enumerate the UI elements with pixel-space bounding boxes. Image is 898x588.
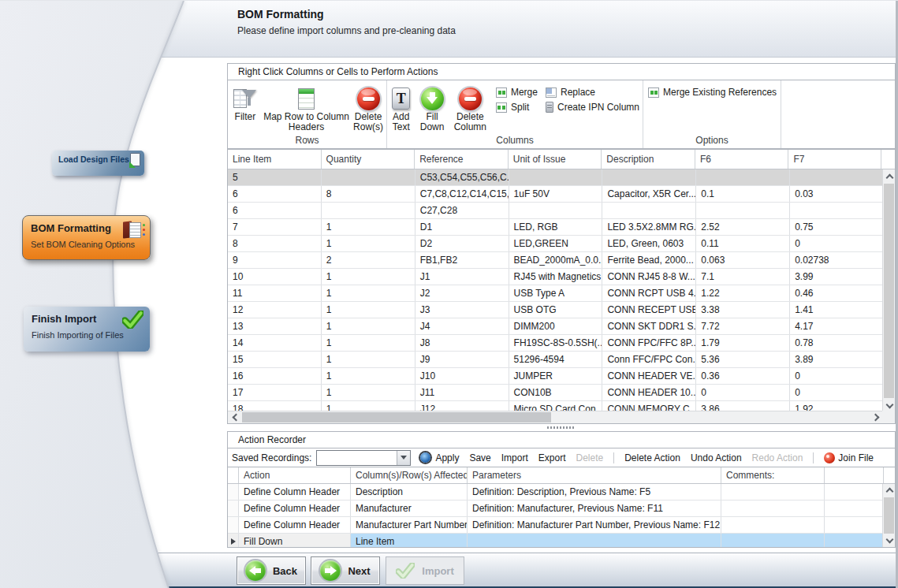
grid-cell[interactable]: C7,C8,C12,C14,C15,... — [415, 186, 509, 202]
grid-cell[interactable]: 0 — [696, 385, 790, 400]
scroll-down-button[interactable] — [883, 534, 896, 547]
column-header-reference[interactable]: Reference — [415, 150, 509, 169]
grid-cell[interactable]: J10 — [415, 368, 509, 384]
grid-cell[interactable]: LED,GREEN — [509, 236, 603, 251]
grid-cell[interactable] — [790, 169, 883, 185]
scrollbar-thumb[interactable] — [884, 497, 894, 534]
table-row[interactable]: 131J4DIMM200CONN SKT DDR1 S...7.724.17 — [228, 318, 883, 335]
grid-cell[interactable]: 0 — [790, 385, 883, 400]
row-selector-cell[interactable] — [228, 517, 239, 533]
toolbar-button-fill-down[interactable]: Fill Down — [415, 84, 449, 133]
grid-cell[interactable]: 6 — [228, 203, 322, 218]
grid-cell[interactable] — [509, 203, 603, 218]
horizontal-scrollbar[interactable] — [228, 411, 883, 423]
grid-cell[interactable]: LED, RGB — [509, 219, 603, 235]
sidebar-step-finish-import[interactable]: Finish Import Finish Importing of Files — [24, 307, 150, 352]
grid-cell[interactable]: 3.89 — [790, 352, 883, 367]
grid-cell[interactable]: 0.1 — [696, 186, 790, 202]
grid-cell[interactable] — [602, 203, 696, 218]
grid-cell[interactable]: 1 — [322, 302, 415, 318]
row-selector-cell[interactable] — [228, 534, 239, 548]
action-cell-affected[interactable]: Line Item — [351, 534, 468, 548]
table-row[interactable]: 6C27,C28 — [228, 203, 883, 219]
grid-cell[interactable]: J3 — [415, 302, 509, 318]
grid-cell[interactable]: 6 — [228, 186, 322, 202]
toolbar-button-delete-column[interactable]: Delete Column — [449, 84, 491, 133]
grid-cell[interactable] — [602, 169, 696, 185]
scrollbar-thumb[interactable] — [242, 412, 551, 422]
toolbar-button-filter[interactable]: Filter — [228, 84, 263, 122]
grid-cell[interactable]: 5 — [228, 169, 322, 185]
grid-cell[interactable]: D2 — [415, 236, 509, 251]
grid-cell[interactable]: 12 — [228, 302, 322, 318]
row-selector-cell[interactable] — [228, 484, 239, 500]
grid-cell[interactable]: 1 — [322, 335, 415, 351]
row-selector-cell[interactable] — [228, 501, 239, 516]
grid-cell[interactable]: 7.1 — [696, 269, 790, 285]
grid-cell[interactable]: 0.063 — [696, 252, 790, 268]
action-table-row[interactable]: Define Column HeaderDescriptionDefinitio… — [228, 484, 895, 501]
grid-cell[interactable]: 0 — [790, 368, 883, 384]
grid-cell[interactable]: 8 — [322, 186, 415, 202]
grid-cell[interactable]: Capacitor, X5R Cer... — [602, 186, 696, 202]
grid-cell[interactable]: CON10B — [509, 385, 603, 400]
grid-cell[interactable]: 1.79 — [696, 335, 790, 351]
action-cell-action[interactable]: Fill Down — [239, 534, 351, 548]
table-row[interactable]: 121J3USB OTGCONN RECEPT USB...3.381.41 — [228, 302, 883, 318]
apply-link[interactable]: Apply — [419, 452, 459, 463]
sidebar-step-load-design-files[interactable]: Load Design Files — [52, 151, 144, 176]
grid-cell[interactable]: 8 — [228, 236, 322, 251]
grid-cell[interactable]: 0.11 — [696, 236, 790, 251]
table-row[interactable]: 171J11CON10BCONN HEADER 10...00 — [228, 385, 883, 401]
combobox-dropdown-button[interactable] — [397, 451, 410, 465]
grid-cell[interactable]: CONN HEADER 10... — [602, 385, 696, 400]
table-row[interactable]: 151J951296-4594Conn FFC/FPC Con...5.363.… — [228, 352, 883, 368]
action-table-row[interactable]: Fill DownLine Item — [228, 534, 895, 548]
grid-cell[interactable]: J4 — [415, 318, 509, 334]
toolbar-button-map-row-to-column-headers[interactable]: Map Row to Column Headers — [263, 84, 350, 133]
action-cell-parameters[interactable]: Definition: Manufacturer Part Number, Pr… — [468, 517, 721, 533]
grid-cell[interactable]: 3.38 — [696, 302, 790, 318]
grid-cell[interactable]: 51296-4594 — [509, 352, 603, 367]
column-header-description[interactable]: Description — [602, 150, 695, 169]
scroll-right-button[interactable] — [870, 411, 883, 423]
grid-cell[interactable]: JUMPER — [509, 368, 603, 384]
column-header-column-s-row-s-affected[interactable]: Column(s)/Row(s) Affected — [351, 467, 468, 483]
toolbar-button-replace[interactable]: Replace — [546, 87, 639, 98]
grid-cell[interactable]: C53,C54,C55,C56,C... — [415, 169, 509, 185]
grid-cell[interactable]: 1 — [322, 385, 415, 400]
action-cell-action[interactable]: Define Column Header — [239, 484, 351, 500]
toolbar-button-delete-row-s[interactable]: Delete Row(s) — [350, 84, 386, 133]
grid-cell[interactable]: DIMM200 — [509, 318, 603, 334]
grid-cell[interactable]: J11 — [415, 385, 509, 400]
grid-cell[interactable]: 0.75 — [790, 219, 883, 235]
grid-cell[interactable]: 7.72 — [696, 318, 790, 334]
grid-cell[interactable]: 1 — [322, 219, 415, 235]
grid-cell[interactable]: FH19SC-8S-0.5SH(... — [509, 335, 603, 351]
grid-cell[interactable] — [790, 203, 883, 218]
toolbar-button-create-ipn-column[interactable]: Create IPN Column — [546, 102, 639, 113]
grid-cell[interactable]: 1 — [322, 269, 415, 285]
grid-cell[interactable]: 11 — [228, 285, 322, 301]
toolbar-button-add-text[interactable]: TAdd Text — [387, 84, 415, 133]
grid-cell[interactable]: 5.36 — [696, 352, 790, 367]
grid-cell[interactable]: J2 — [415, 285, 509, 301]
grid-cell[interactable]: 3.99 — [790, 269, 883, 285]
grid-cell[interactable]: USB OTG — [509, 302, 603, 318]
grid-cell[interactable]: 0 — [790, 236, 883, 251]
scroll-left-button[interactable] — [228, 411, 241, 423]
table-row[interactable]: 68C7,C8,C12,C14,C15,...1uF 50VCapacitor,… — [228, 186, 883, 203]
grid-cell[interactable]: 4.17 — [790, 318, 883, 334]
table-row[interactable]: 161J10JUMPERCONN HEADER VE...0.360 — [228, 368, 883, 385]
grid-cell[interactable] — [509, 169, 603, 185]
panel-splitter[interactable] — [227, 425, 896, 430]
grid-cell[interactable]: CONN FPC/FFC 8P... — [602, 335, 696, 351]
grid-cell[interactable]: 9 — [228, 252, 322, 268]
column-header-f7[interactable]: F7 — [788, 150, 881, 169]
sidebar-step-bom-formatting[interactable]: BOM Formatting Set BOM Cleaning Options — [22, 215, 151, 260]
grid-cell[interactable] — [322, 203, 415, 218]
toolbar-button-merge[interactable]: Merge — [496, 87, 538, 98]
grid-cell[interactable]: 0.02738 — [790, 252, 883, 268]
column-header-line-item[interactable]: Line Item — [228, 150, 322, 169]
action-cell-action[interactable]: Define Column Header — [239, 501, 351, 516]
